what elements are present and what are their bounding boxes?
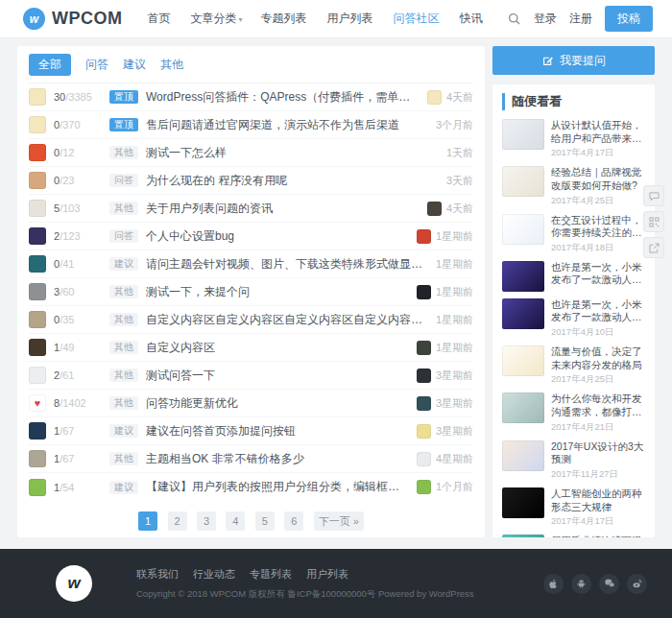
category-badge[interactable]: 其他 — [109, 285, 138, 298]
page-button[interactable]: 6 — [284, 511, 303, 531]
category-badge[interactable]: 置顶 — [109, 118, 138, 131]
ask-question-button[interactable]: 我要提问 — [492, 46, 655, 75]
question-title[interactable]: 自定义内容区 — [146, 340, 409, 356]
nav-item[interactable]: 首页 — [148, 11, 173, 27]
footer-link[interactable]: 联系我们 — [136, 567, 179, 582]
article-title[interactable]: 从设计默认值开始，给用户和产品带来更好的用... — [551, 119, 645, 145]
category-badge[interactable]: 其他 — [109, 341, 138, 354]
footer-link[interactable]: 专题列表 — [250, 567, 292, 582]
page-button[interactable]: 4 — [226, 511, 245, 531]
qa-tab[interactable]: 建议 — [123, 54, 146, 76]
wechat-icon[interactable] — [599, 574, 619, 594]
submit-post-button[interactable]: 投稿 — [605, 6, 653, 32]
nav-item[interactable]: 快讯 — [460, 11, 485, 27]
question-title[interactable]: 个人中心设置bug — [146, 228, 409, 245]
question-title[interactable]: 测试一下，来提个问 — [146, 284, 409, 300]
question-row[interactable]: 0/370 置顶 售后问题请通过官网渠道，演示站不作为售后渠道 3个月前 — [29, 111, 473, 139]
article-title[interactable]: 2017年UX设计的3大预测 — [551, 440, 645, 466]
sidebar-article[interactable]: 流量与价值，决定了未来内容分发的格局 2017年4月25日 — [502, 345, 645, 386]
sidebar-article[interactable]: 人工智能创业的两种形态三大规律 2017年4月17日 — [502, 487, 645, 528]
category-badge[interactable]: 其他 — [109, 146, 138, 159]
qrcode-icon[interactable] — [643, 211, 664, 232]
sidebar-article[interactable]: 也许是第一次，小米发布了一款激动人心但还无... — [502, 261, 645, 292]
sidebar-article[interactable]: 2017年UX设计的3大预测 2017年11月27日 — [502, 440, 645, 481]
question-row[interactable]: 0/35 其他 自定义内容区自定义内容区自定义内容区自定义内容区自定义内容区 1… — [29, 306, 473, 334]
page-button[interactable]: 5 — [255, 511, 275, 531]
footer-link[interactable]: 行业动态 — [193, 567, 235, 582]
article-title[interactable]: 人工智能创业的两种形态三大规律 — [551, 487, 645, 513]
sidebar-article[interactable]: 屈臣氏业绩连续下滑的五大思考：零售业不能"等 2017年4月17日 — [502, 535, 645, 537]
question-title[interactable]: 测试问答一下 — [146, 368, 409, 384]
question-row[interactable]: 0/23 问答 为什么现在的 程序没有用呢 3天前 — [29, 167, 473, 195]
page-button[interactable]: 3 — [197, 511, 216, 531]
page-button[interactable]: 1 — [138, 511, 157, 531]
sidebar-article[interactable]: 从设计默认值开始，给用户和产品带来更好的用... 2017年4月17日 — [502, 119, 645, 159]
category-badge[interactable]: 建议 — [109, 424, 138, 438]
question-row[interactable]: 1/67 其他 主题相当OK 非常不错价格多少 4星期前 — [29, 445, 473, 473]
comment-icon[interactable] — [643, 185, 664, 206]
question-title[interactable]: 问答功能更新优化 — [146, 395, 409, 412]
question-row[interactable]: 0/12 其他 测试一下怎么样 1天前 — [29, 139, 473, 167]
category-badge[interactable]: 问答 — [109, 174, 138, 187]
page-button[interactable]: 2 — [168, 511, 187, 531]
question-row[interactable]: 30/3385 置顶 WordPress问答插件：QAPress（付费插件，需单… — [29, 83, 473, 111]
question-title[interactable]: 测试一下怎么样 — [146, 145, 439, 161]
question-row[interactable]: ♥ 8/1402 其他 问答功能更新优化 3星期前 — [29, 390, 473, 417]
article-title[interactable]: 也许是第一次，小米发布了一款激动人心但还无... — [551, 298, 645, 324]
article-title[interactable]: 也许是第一次，小米发布了一款激动人心但还无... — [551, 261, 645, 287]
category-badge[interactable]: 其他 — [109, 452, 138, 465]
question-title[interactable]: 【建议】用户列表的按照用户分组分类，编辑框的大小自由调节。 — [146, 479, 409, 495]
question-title[interactable]: 主题相当OK 非常不错价格多少 — [146, 451, 409, 467]
qa-tab[interactable]: 全部 — [29, 54, 71, 76]
register-link[interactable]: 注册 — [569, 11, 592, 27]
sidebar-article[interactable]: 经验总结｜品牌视觉改版要如何开始做? 2017年4月25日 — [502, 166, 645, 206]
question-row[interactable]: 5/103 其他 关于用户列表问题的资讯 4天前 — [29, 195, 473, 223]
question-title[interactable]: 请问主题会针对视频、图片、下载这类特殊形式做显示优化吗? — [146, 256, 428, 273]
qa-tab[interactable]: 问答 — [85, 54, 108, 76]
question-row[interactable]: 1/67 建议 建议在问答首页添加提问按钮 3星期前 — [29, 417, 473, 445]
category-badge[interactable]: 置顶 — [109, 90, 138, 104]
category-badge[interactable]: 建议 — [109, 257, 138, 271]
nav-item[interactable]: 专题列表 — [261, 11, 309, 27]
apple-icon[interactable] — [543, 574, 564, 594]
site-logo[interactable]: w WPCOM — [23, 8, 123, 30]
question-row[interactable]: 0/41 建议 请问主题会针对视频、图片、下载这类特殊形式做显示优化吗? 1星期… — [29, 250, 473, 278]
category-badge[interactable]: 其他 — [109, 313, 138, 326]
question-row[interactable]: 2/61 其他 测试问答一下 3星期前 — [29, 362, 473, 390]
nav-item[interactable]: 问答社区 — [394, 11, 442, 27]
sidebar-article[interactable]: 也许是第一次，小米发布了一款激动人心但还无... 2017年4月10日 — [502, 298, 645, 339]
footer-link[interactable]: 用户列表 — [306, 567, 348, 582]
question-row[interactable]: 1/54 建议 【建议】用户列表的按照用户分组分类，编辑框的大小自由调节。 1个… — [29, 473, 473, 501]
article-title[interactable]: 在交互设计过程中，你需要持续关注的五个问题 — [551, 214, 645, 240]
nav-item-label: 快讯 — [460, 12, 483, 25]
qa-tab[interactable]: 其他 — [160, 54, 183, 76]
question-row[interactable]: 1/49 其他 自定义内容区 1星期前 — [29, 334, 473, 362]
question-title[interactable]: WordPress问答插件：QAPress（付费插件，需单独购买） — [146, 89, 420, 106]
question-title[interactable]: 关于用户列表问题的资讯 — [146, 201, 420, 217]
question-row[interactable]: 2/123 问答 个人中心设置bug 1星期前 — [29, 223, 473, 250]
question-title[interactable]: 售后问题请通过官网渠道，演示站不作为售后渠道 — [146, 117, 428, 133]
question-title[interactable]: 为什么现在的 程序没有用呢 — [146, 173, 439, 189]
article-title[interactable]: 屈臣氏业绩连续下滑的五大思考：零售业不能"等 — [551, 535, 645, 537]
weibo-icon[interactable] — [627, 574, 647, 594]
nav-item[interactable]: 文章分类▾ — [191, 11, 243, 27]
nav-item[interactable]: 用户列表 — [327, 11, 375, 27]
question-row[interactable]: 3/60 其他 测试一下，来提个问 1星期前 — [29, 278, 473, 306]
article-title[interactable]: 流量与价值，决定了未来内容分发的格局 — [551, 345, 645, 371]
next-page-button[interactable]: 下一页 » — [314, 511, 364, 531]
sidebar-article[interactable]: 在交互设计过程中，你需要持续关注的五个问题 2017年4月18日 — [502, 214, 645, 254]
category-badge[interactable]: 问答 — [109, 229, 138, 243]
sidebar-article[interactable]: 为什么你每次和开发沟通需求，都像打仗一样? 2017年4月21日 — [502, 392, 645, 433]
article-title[interactable]: 经验总结｜品牌视觉改版要如何开始做? — [551, 166, 645, 192]
login-link[interactable]: 登录 — [534, 11, 557, 27]
article-title[interactable]: 为什么你每次和开发沟通需求，都像打仗一样? — [551, 392, 645, 418]
category-badge[interactable]: 其他 — [109, 396, 138, 410]
question-title[interactable]: 自定义内容区自定义内容区自定义内容区自定义内容区自定义内容区 — [146, 312, 428, 328]
search-icon[interactable] — [507, 12, 521, 26]
category-badge[interactable]: 其他 — [109, 202, 138, 215]
category-badge[interactable]: 其他 — [109, 368, 138, 382]
category-badge[interactable]: 建议 — [109, 481, 138, 494]
share-icon[interactable] — [643, 237, 664, 258]
question-title[interactable]: 建议在问答首页添加提问按钮 — [146, 423, 409, 440]
android-icon[interactable] — [571, 574, 591, 594]
